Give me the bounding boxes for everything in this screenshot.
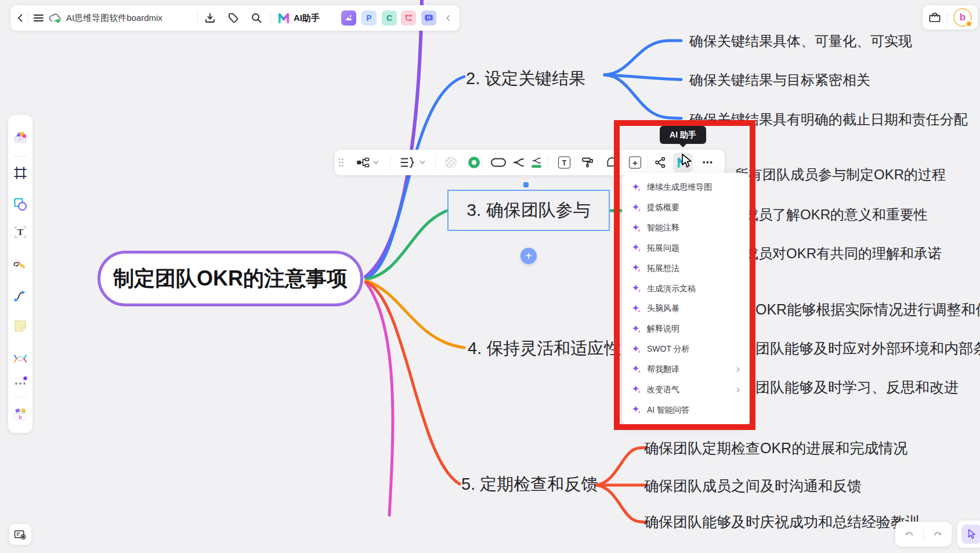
resource-box-button[interactable]: b bbox=[11, 406, 30, 424]
sparkle-icon bbox=[632, 264, 641, 273]
ai-menu-item-label: 智能注释 bbox=[647, 223, 741, 233]
branch-line-color-button[interactable] bbox=[531, 157, 541, 168]
ai-menu-item[interactable]: AI 智能问答 bbox=[622, 400, 749, 420]
add-child-button[interactable]: + bbox=[520, 248, 537, 264]
sticky-note-tool[interactable] bbox=[11, 317, 30, 335]
chart-app-icon[interactable]: C bbox=[382, 10, 397, 26]
divider bbox=[947, 12, 948, 23]
branch-node[interactable]: 4. 保持灵活和适应性 bbox=[468, 340, 621, 357]
ai-menu-item[interactable]: 头脑风暴 bbox=[622, 299, 749, 319]
ai-menu-item-label: 头脑风暴 bbox=[647, 303, 741, 314]
pixso-app-icon[interactable]: P bbox=[361, 10, 377, 26]
user-avatar[interactable]: b bbox=[953, 8, 972, 27]
node-shape-button[interactable] bbox=[491, 158, 506, 167]
tools-sidebar: T b bbox=[8, 115, 32, 433]
text-tool[interactable]: T bbox=[11, 223, 30, 241]
back-button[interactable] bbox=[16, 13, 26, 23]
ai-assistant-button[interactable]: AI助手 bbox=[294, 13, 320, 24]
mindmap-tool[interactable] bbox=[11, 349, 30, 368]
child-node[interactable]: 确保关键结果具有明确的截止日期和责任分配 bbox=[689, 113, 968, 126]
main-menu-button[interactable] bbox=[34, 14, 44, 22]
canvas-overview-button[interactable] bbox=[9, 524, 31, 545]
tag-button[interactable] bbox=[227, 12, 239, 24]
frame-tool[interactable] bbox=[11, 164, 30, 182]
sparkle-icon bbox=[632, 284, 641, 293]
sparkle-icon bbox=[632, 244, 641, 252]
child-node[interactable]: 所有团队成员参与制定OKR的过程 bbox=[735, 168, 946, 182]
submenu-chevron-icon bbox=[735, 387, 741, 393]
ai-menu-item[interactable]: 智能注释 bbox=[622, 218, 749, 238]
chevron-down-icon[interactable] bbox=[373, 161, 379, 165]
undo-button[interactable] bbox=[904, 530, 914, 539]
pointer-tool-button[interactable] bbox=[961, 525, 980, 544]
sparkle-icon bbox=[632, 385, 641, 394]
chevron-down-icon[interactable] bbox=[420, 161, 425, 165]
workspace-button[interactable] bbox=[928, 12, 941, 23]
child-node[interactable]: 确保团队能够及时庆祝成功和总结经验教训 bbox=[644, 515, 920, 529]
child-node[interactable]: 确保团队成员之间及时沟通和反馈 bbox=[644, 479, 862, 493]
ai-menu-item-label: 帮我翻译 bbox=[647, 364, 735, 375]
ai-menu-item[interactable]: 解释说明 bbox=[622, 319, 749, 339]
ai-menu-item-label: 解释说明 bbox=[647, 324, 741, 334]
central-topic-node[interactable]: 制定团队OKR的注意事项 bbox=[97, 251, 363, 306]
ai-menu-item-label: 拓展想法 bbox=[647, 263, 741, 274]
ai-menu-item[interactable]: 帮我翻译 bbox=[622, 359, 749, 379]
pen-tool[interactable] bbox=[11, 256, 30, 274]
drag-handle[interactable] bbox=[338, 158, 344, 167]
format-painter-button[interactable] bbox=[581, 157, 594, 168]
connector-tool[interactable] bbox=[11, 287, 30, 305]
collapse-toolbar-button[interactable] bbox=[444, 14, 453, 22]
layout-structure-button[interactable] bbox=[357, 157, 370, 168]
child-node[interactable]: OKR能够根据实际情况进行调整和优 bbox=[755, 302, 980, 317]
comment-button[interactable] bbox=[606, 157, 618, 168]
ai-menu-item-label: AI 智能问答 bbox=[647, 405, 741, 415]
chat-app-icon[interactable] bbox=[421, 10, 436, 26]
fill-color-button[interactable] bbox=[445, 157, 457, 168]
child-node[interactable]: 成员了解OKR的意义和重要性 bbox=[744, 208, 928, 222]
ai-menu-item[interactable]: 提炼概要 bbox=[622, 198, 749, 218]
shapes-tool[interactable] bbox=[11, 195, 30, 214]
ai-menu-item[interactable]: 生成演示文稿 bbox=[622, 279, 749, 299]
ai-menu-item[interactable]: 拓展问题 bbox=[622, 238, 749, 258]
ai-menu-item-label: 改变语气 bbox=[647, 385, 735, 395]
branch-node[interactable]: 2. 设定关键结果 bbox=[466, 70, 585, 87]
divider bbox=[598, 156, 598, 169]
export-button[interactable] bbox=[204, 12, 216, 24]
ai-menu-item[interactable]: 改变语气 bbox=[622, 379, 749, 400]
sparkle-icon bbox=[632, 406, 641, 414]
document-title[interactable]: AI思维导图软件boardmix bbox=[66, 13, 162, 24]
image-app-icon[interactable] bbox=[341, 10, 356, 26]
ai-menu-item[interactable]: SWOT 分析 bbox=[622, 339, 749, 360]
child-node[interactable]: 团队能够及时应对外部环境和内部条 bbox=[755, 341, 980, 356]
outline-style-button[interactable] bbox=[400, 157, 415, 168]
child-node[interactable]: 成员对OKR有共同的理解和承诺 bbox=[744, 247, 942, 261]
branch-style-button[interactable] bbox=[513, 158, 525, 167]
search-button[interactable] bbox=[251, 12, 262, 24]
ai-menu-item-label: 提炼概要 bbox=[647, 203, 741, 213]
divider bbox=[923, 529, 924, 540]
svg-text:b: b bbox=[19, 414, 22, 420]
child-node[interactable]: 确保关键结果与目标紧密相关 bbox=[689, 73, 870, 87]
child-node[interactable]: 团队能够及时学习、反思和改进 bbox=[755, 380, 959, 395]
branch-node[interactable]: 5. 定期检查和反馈 bbox=[461, 476, 598, 493]
node-top-handle[interactable] bbox=[523, 182, 529, 187]
more-tools-button[interactable] bbox=[11, 374, 30, 392]
border-color-button[interactable] bbox=[468, 157, 480, 168]
child-node[interactable]: 确保团队定期检查OKR的进展和完成情况 bbox=[644, 441, 907, 456]
redo-button[interactable] bbox=[932, 530, 943, 539]
sparkle-icon bbox=[632, 325, 641, 334]
selected-branch-node[interactable]: 3. 确保团队参与 bbox=[447, 190, 610, 231]
ai-menu-item[interactable]: 继续生成思维导图 bbox=[622, 178, 749, 198]
top-toolbar: AI思维导图软件boardmix AI助手 P C bbox=[10, 5, 460, 31]
ai-assistant-tool-button[interactable] bbox=[673, 153, 693, 172]
insert-button[interactable]: + bbox=[629, 157, 641, 169]
text-style-button[interactable]: T bbox=[558, 157, 570, 169]
ai-menu-item-label: 生成演示文稿 bbox=[647, 284, 741, 294]
share-node-button[interactable] bbox=[654, 157, 666, 168]
version-tree-app-icon[interactable] bbox=[401, 10, 416, 26]
templates-tool[interactable] bbox=[11, 128, 30, 146]
child-node[interactable]: 确保关键结果具体、可量化、可实现 bbox=[689, 34, 912, 48]
ai-menu-item[interactable]: 拓展想法 bbox=[622, 258, 749, 279]
account-panel: b bbox=[923, 5, 978, 30]
more-options-button[interactable]: ⋯ bbox=[702, 156, 713, 169]
